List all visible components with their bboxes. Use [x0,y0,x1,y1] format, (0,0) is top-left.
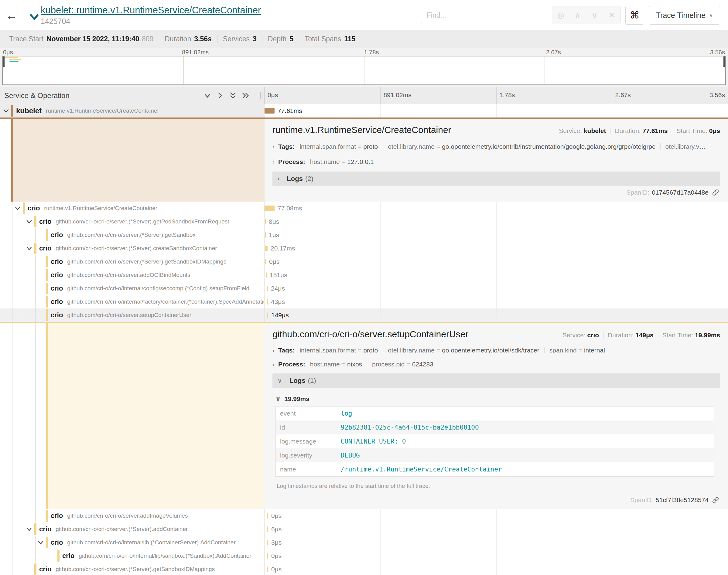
tree-guide-line [24,549,24,563]
minimap-span [12,59,21,60]
span-rows-group: kubelet runtime.v1.RuntimeService/Create… [0,104,728,117]
expand-chevron-icon[interactable] [3,108,10,113]
focus-match-icon[interactable]: ◎ [552,6,569,24]
span-row[interactable]: crio github.com/cri-o/cri-o/server.(*Ser… [0,255,728,268]
clear-search-icon[interactable]: ✕ [603,6,620,24]
process-row[interactable]: › Process: host.name=127.0.0.1 [272,158,720,165]
expand-chevron-icon[interactable] [37,540,45,545]
span-row[interactable]: crio github.com/cri-o/cri-o/server.(*Ser… [0,242,728,255]
service-name: crio [28,204,40,212]
tree-guide-line [12,295,12,308]
span-row-timeline-cell[interactable]: 77.61ms [265,104,728,117]
span-row[interactable]: crio github.com/cri-o/cri-o/server.(*Ser… [0,563,728,575]
chevron-right-icon: › [272,347,274,353]
span-row[interactable]: crio runtime.v1.RuntimeService/CreateCon… [0,202,728,215]
tree-guide-line [24,308,24,322]
minimap-tick-labels: 0μs 891.02ms 1.78s 2.67s 3.56s [0,48,728,56]
expand-all-icon[interactable] [242,91,252,101]
span-row-timeline-cell[interactable]: 1μs [265,228,728,242]
span-row[interactable]: crio github.com/cri-o/cri-o/internal/fac… [0,295,728,308]
span-row-timeline-cell[interactable]: 149μs [265,308,728,322]
service-name: kubelet [16,107,42,115]
collapse-all-icon[interactable] [229,91,239,101]
tags-row[interactable]: › Tags: internal.span.format=proto otel.… [272,347,720,353]
span-row[interactable]: crio github.com/cri-o/cri-o/server.(*Ser… [0,228,728,242]
span-row[interactable]: crio github.com/cri-o/cri-o/internal/con… [0,282,728,295]
span-row[interactable]: crio github.com/cri-o/cri-o/internal/lib… [0,549,728,563]
span-row[interactable]: kubelet runtime.v1.RuntimeService/Create… [0,104,728,117]
span-rows-group: crio runtime.v1.RuntimeService/CreateCon… [0,202,728,322]
span-duration-label: 24μs [271,285,285,292]
span-row-name-cell: crio github.com/cri-o/cri-o/server.(*Ser… [0,255,265,268]
span-id-row: SpanID: 51cf7f38e5128574 [272,494,720,505]
expand-chevron-icon[interactable] [26,219,33,224]
tree-guide-line [24,215,24,228]
minimap-left-scrubber[interactable] [3,57,5,67]
deep-link-icon[interactable] [712,189,719,196]
span-row-timeline-cell[interactable]: 151μs [265,268,728,282]
span-row-timeline-cell[interactable]: 6μs [265,522,728,536]
expand-chevron-icon[interactable] [26,246,33,251]
span-duration-label: 6μs [271,526,282,533]
span-row[interactable]: crio github.com/cri-o/cri-o/server.setup… [0,308,728,322]
span-row[interactable]: crio github.com/cri-o/cri-o/server.(*Ser… [0,522,728,536]
span-row-timeline-cell[interactable]: 3μs [265,536,728,549]
span-row-name-cell: crio github.com/cri-o/cri-o/server.addIm… [0,509,265,522]
span-row-timeline-cell[interactable]: 43μs [265,295,728,308]
span-row-timeline-cell[interactable]: 0μs [265,509,728,522]
span-row-name-cell: crio github.com/cri-o/cri-o/server.(*Ser… [0,215,265,228]
span-row-timeline-cell[interactable]: 0μs [265,255,728,268]
service-name: crio [51,311,63,319]
span-row-name-cell: kubelet runtime.v1.RuntimeService/Create… [0,104,265,117]
detail-indent-column [0,119,265,202]
span-row-timeline-cell[interactable]: 20.17ms [265,242,728,255]
service-color-bar [34,216,36,227]
span-row[interactable]: crio github.com/cri-o/cri-o/server.addIm… [0,509,728,522]
span-row[interactable]: crio github.com/cri-o/cri-o/server.(*Ser… [0,215,728,228]
log-entry-toggle[interactable]: ∨ 19.99ms [275,395,719,403]
span-duration-label: 1μs [269,231,279,239]
span-bar [267,286,268,291]
span-row[interactable]: crio github.com/cri-o/cri-o/internal/lib… [0,536,728,549]
span-bar [267,513,268,518]
collapse-trace-chevron-icon[interactable] [30,14,39,21]
trace-title-link[interactable]: kubelet: runtime.v1.RuntimeService/Creat… [41,5,261,16]
tree-guide-line [24,228,24,242]
span-row-timeline-cell[interactable]: 77.08ms [265,202,728,215]
span-row[interactable]: crio github.com/cri-o/cri-o/server.addOC… [0,268,728,282]
back-button[interactable]: ← [0,0,23,30]
next-match-icon[interactable]: ∨ [586,6,603,24]
keyboard-shortcuts-button[interactable]: ⌘ [625,6,644,25]
minimap-canvas[interactable] [2,56,726,85]
expand-chevron-icon[interactable] [26,527,33,532]
span-row-timeline-cell[interactable]: 24μs [265,282,728,295]
span-row-timeline-cell[interactable]: 0μs [265,549,728,563]
span-bar [265,259,266,264]
previous-match-icon[interactable]: ∧ [569,6,586,24]
trace-view-selector[interactable]: Trace Timeline ∨ [649,6,720,25]
span-duration-label: 0μs [271,566,282,573]
span-row-timeline-cell[interactable]: 8μs [265,215,728,228]
column-resize-grip[interactable] [260,92,262,99]
process-row[interactable]: › Process: host.name=nixos process.pid=6… [272,361,720,367]
detail-indent-column [0,323,265,509]
chevron-right-icon: › [272,158,274,165]
tree-guide-line [12,228,12,242]
operation-name: github.com/cri-o/cri-o/server.addOCIBind… [67,272,191,278]
expand-chevron-icon[interactable] [14,206,22,211]
collapse-one-icon[interactable] [203,91,214,101]
expand-one-icon[interactable] [216,91,227,101]
minimap-right-scrubber[interactable] [723,57,725,67]
span-row-timeline-cell[interactable]: 0μs [265,563,728,575]
span-duration-label: 151μs [270,271,287,279]
operation-name: github.com/cri-o/cri-o/internal/config/s… [67,285,250,292]
logs-toggle[interactable]: › Logs (2) [272,172,720,186]
span-detail-body: github.com/cri-o/cri-o/server.setupConta… [265,323,728,509]
span-bar [267,312,268,318]
deep-link-icon[interactable] [712,497,719,503]
logs-toggle[interactable]: ∨ Logs (1) [272,373,720,388]
service-color-bar [11,119,13,202]
tags-row[interactable]: › Tags: internal.span.format=proto otel.… [272,143,720,150]
span-duration-label: 149μs [271,311,289,319]
find-input[interactable] [421,6,552,24]
